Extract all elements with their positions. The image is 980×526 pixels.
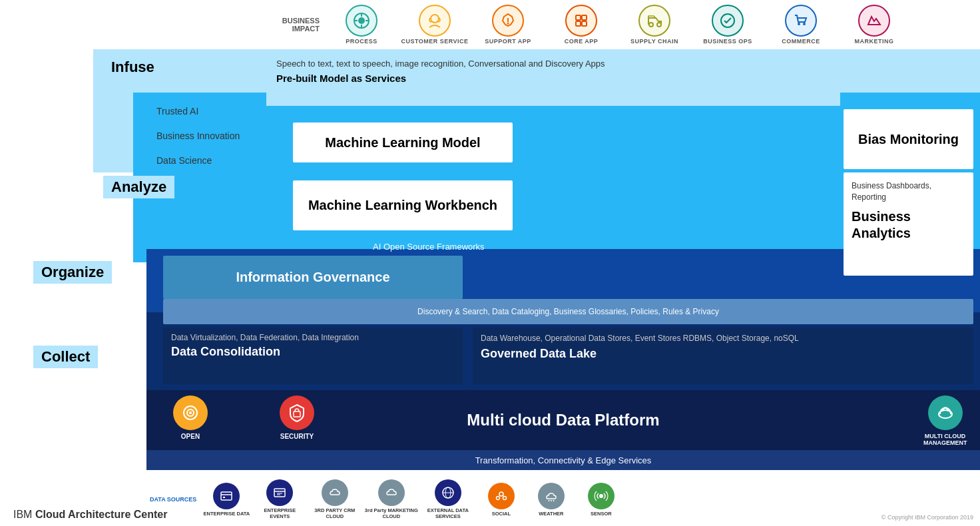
bottom-icon-sensor: SENSOR bbox=[576, 483, 626, 517]
multi-cloud-icon-group: MULTI CLOUD MANAGEMENT bbox=[923, 395, 967, 446]
discovery-label: Discovery & Search, Data Cataloging, Bus… bbox=[417, 307, 719, 316]
governed-lake-title: Governed Data Lake bbox=[481, 347, 965, 361]
ibm-footer-bold: Cloud Architecture Center bbox=[35, 509, 168, 520]
data-consol-box: Data Virtualization, Data Federation, Da… bbox=[163, 328, 463, 384]
svg-rect-9 bbox=[576, 15, 581, 20]
prebuilt-title: Pre-built Model as Services bbox=[276, 73, 830, 84]
security-icon-group: SECURITY bbox=[280, 395, 314, 440]
data-consol-title: Data Consolidation bbox=[171, 345, 455, 359]
svg-rect-26 bbox=[274, 489, 285, 497]
multi-cloud-circle bbox=[928, 395, 963, 430]
ml-workbench-label: Machine Learning Workbench bbox=[308, 197, 497, 214]
discovery-bar: Discovery & Search, Data Cataloging, Bus… bbox=[163, 299, 973, 324]
business-innovation: Business Innovation bbox=[156, 130, 250, 142]
svg-rect-23 bbox=[221, 492, 232, 500]
prebuilt-area: Speech to text, text to speech, image re… bbox=[266, 53, 840, 106]
open-circle bbox=[173, 395, 208, 430]
security-circle bbox=[280, 395, 314, 430]
data-consol-sub: Data Virtualization, Data Federation, Da… bbox=[171, 333, 455, 342]
icon-marketing: MARKETING bbox=[838, 2, 911, 47]
bottom-icon-external-data: EXTERNAL DATA SERVICES bbox=[419, 479, 476, 519]
supply-chain-circle bbox=[638, 5, 670, 37]
svg-rect-25 bbox=[223, 497, 225, 498]
data-science: Data Science bbox=[156, 155, 250, 166]
bias-monitoring-label: Bias Monitoring bbox=[858, 131, 959, 148]
customer-service-label: CUSTOMER SERVICE bbox=[401, 38, 468, 45]
social-label: SOCIAL bbox=[492, 511, 511, 517]
commerce-circle bbox=[785, 5, 817, 37]
governed-lake-box: Data Warehouse, Operational Data Stores,… bbox=[473, 328, 973, 384]
transform-label: Transformation, Connectivity & Edge Serv… bbox=[475, 455, 652, 465]
ml-model-label: Machine Learning Model bbox=[325, 135, 480, 150]
bias-monitoring-box: Bias Monitoring bbox=[844, 109, 973, 169]
copyright: © Copyright IBM Corporation 2019 bbox=[881, 514, 973, 521]
marketing-circle bbox=[858, 5, 890, 37]
platform-label: Multi cloud Data Platform bbox=[467, 411, 659, 429]
icon-core-app: CORE APP bbox=[545, 2, 618, 47]
svg-rect-11 bbox=[576, 21, 581, 26]
support-app-label: SUPPORT APP bbox=[485, 38, 531, 45]
governed-lake-sub: Data Warehouse, Operational Data Stores,… bbox=[481, 333, 965, 344]
info-governance-box: Information Governance bbox=[163, 256, 463, 299]
svg-point-35 bbox=[503, 496, 506, 499]
icon-commerce: COMMERCE bbox=[764, 2, 838, 47]
svg-point-8 bbox=[507, 23, 509, 25]
svg-point-34 bbox=[496, 496, 499, 499]
marketing-label: MARKETING bbox=[855, 38, 894, 45]
marketing-cloud-label: 3rd Party MARKETING CLOUD bbox=[363, 507, 419, 519]
enterprise-data-label: ENTERPRISE DATA bbox=[203, 511, 250, 517]
business-impact-label: BUSINESS IMPACT bbox=[253, 17, 320, 33]
crm-cloud-label: 3RD PARTY CRM CLOUD bbox=[306, 507, 363, 519]
weather-label: WEATHER bbox=[539, 511, 563, 517]
ai-frameworks: AI Open Source Frameworks bbox=[373, 240, 485, 254]
bottom-icon-enterprise-data: ENTERPRISE DATA bbox=[200, 483, 253, 517]
external-data-label: EXTERNAL DATA SERVICES bbox=[419, 507, 476, 519]
diagram: Infuse Analyze Organize Collect Multi cl… bbox=[0, 49, 980, 473]
bottom-icon-marketing-cloud: 3rd Party MARKETING CLOUD bbox=[363, 479, 419, 519]
open-icon-group: OPEN bbox=[173, 395, 208, 440]
icon-supply-chain: SUPPLY CHAIN bbox=[618, 2, 691, 47]
top-icons-row: BUSINESS IMPACT PROCESS CUSTOMER SERVICE… bbox=[253, 0, 980, 49]
icon-business-ops: BUSINESS OPS bbox=[691, 2, 764, 47]
commerce-label: COMMERCE bbox=[782, 38, 820, 45]
infuse-label: Infuse bbox=[103, 56, 162, 79]
ml-model-box: Machine Learning Model bbox=[293, 123, 513, 162]
open-label: OPEN bbox=[181, 433, 200, 440]
svg-point-41 bbox=[599, 494, 603, 498]
svg-point-20 bbox=[189, 411, 192, 414]
trusted-ai-col: Trusted AI Business Innovation Data Scie… bbox=[146, 99, 260, 172]
icon-customer-service: CUSTOMER SERVICE bbox=[398, 2, 471, 47]
bottom-icon-weather: WEATHER bbox=[526, 483, 576, 517]
bottom-icon-social: SOCIAL bbox=[476, 483, 526, 517]
organize-label: Organize bbox=[33, 261, 112, 284]
icon-support-app: SUPPORT APP bbox=[471, 2, 545, 47]
core-app-circle bbox=[565, 5, 597, 37]
security-label: SECURITY bbox=[280, 433, 314, 440]
svg-point-16 bbox=[798, 23, 800, 25]
icon-process: PROCESS bbox=[325, 2, 398, 47]
trusted-ai: Trusted AI bbox=[156, 106, 250, 117]
svg-point-13 bbox=[649, 23, 653, 27]
multi-cloud-label: MULTI CLOUD MANAGEMENT bbox=[923, 433, 967, 446]
business-ops-circle bbox=[712, 5, 744, 37]
ibm-footer: IBM Cloud Architecture Center bbox=[13, 509, 167, 521]
support-app-circle bbox=[492, 5, 524, 37]
supply-chain-label: SUPPLY CHAIN bbox=[630, 38, 678, 45]
customer-service-circle bbox=[419, 5, 451, 37]
svg-line-38 bbox=[549, 500, 549, 501]
sensor-label: SENSOR bbox=[591, 511, 612, 517]
svg-rect-10 bbox=[582, 15, 587, 20]
analyze-label: Analyze bbox=[103, 176, 174, 198]
prebuilt-desc: Speech to text, text to speech, image re… bbox=[276, 58, 830, 70]
business-analytics-box: Business Dashboards, Reporting Business … bbox=[844, 172, 973, 276]
business-ops-label: BUSINESS OPS bbox=[703, 38, 752, 45]
bottom-icon-enterprise-events: ENTERPRISE EVENTS bbox=[253, 479, 306, 519]
svg-rect-12 bbox=[582, 21, 587, 26]
enterprise-events-label: ENTERPRISE EVENTS bbox=[253, 507, 306, 519]
business-analytics-title: Business Analytics bbox=[852, 208, 965, 242]
platform-bar: Multi cloud Data Platform bbox=[146, 390, 980, 450]
process-circle bbox=[346, 5, 377, 37]
business-analytics-sub: Business Dashboards, Reporting bbox=[852, 180, 965, 203]
svg-point-33 bbox=[499, 492, 503, 496]
svg-rect-21 bbox=[294, 411, 300, 417]
